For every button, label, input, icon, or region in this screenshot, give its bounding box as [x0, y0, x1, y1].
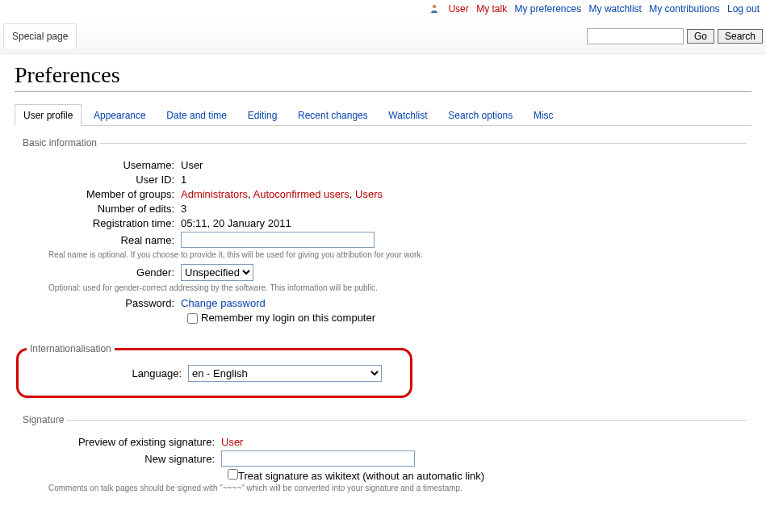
- search-button[interactable]: Search: [718, 29, 763, 44]
- page-title: Preferences: [15, 62, 751, 92]
- gender-hint: Optional: used for gender-correct addres…: [48, 283, 747, 292]
- groups-label: Member of groups:: [19, 188, 181, 200]
- logout-link[interactable]: Log out: [727, 3, 760, 15]
- internationalisation-fieldset: Internationalisation Language:en - Engli…: [16, 343, 412, 398]
- mywatchlist-link[interactable]: My watchlist: [589, 3, 642, 15]
- realname-hint: Real name is optional. If you choose to …: [48, 250, 747, 259]
- special-page-tab: Special page: [3, 23, 77, 48]
- svg-point-0: [433, 5, 436, 8]
- mytalk-link[interactable]: My talk: [476, 3, 507, 15]
- tab-editing[interactable]: Editing: [239, 104, 287, 126]
- change-password-link[interactable]: Change password: [181, 297, 266, 309]
- signature-fieldset: Signature Preview of existing signature:…: [19, 414, 747, 501]
- groups-value: Administrators, Autoconfirmed users, Use…: [181, 188, 383, 200]
- edits-value: 3: [181, 203, 186, 215]
- group-users[interactable]: Users: [355, 188, 383, 200]
- language-select[interactable]: en - English: [188, 365, 382, 382]
- username-value: User: [181, 159, 203, 171]
- content: Preferences User profile Appearance Date…: [0, 54, 766, 525]
- userid-value: 1: [181, 174, 186, 186]
- gender-label: Gender:: [19, 266, 181, 279]
- user-icon: [429, 3, 439, 15]
- sig-new-input[interactable]: [221, 450, 415, 467]
- realname-label: Real name:: [19, 234, 181, 246]
- basic-info-fieldset: Basic information Username:User User ID:…: [19, 137, 747, 327]
- basic-info-legend: Basic information: [19, 137, 100, 149]
- sig-new-label: New signature:: [19, 453, 221, 465]
- remember-label: Remember my login on this computer: [201, 312, 375, 324]
- personal-tools: User My talk My preferences My watchlist…: [0, 0, 766, 15]
- registration-value: 05:11, 20 January 2011: [181, 217, 291, 229]
- edits-label: Number of edits:: [19, 203, 181, 215]
- mypreferences-link[interactable]: My preferences: [515, 3, 582, 15]
- mycontributions-link[interactable]: My contributions: [649, 3, 719, 15]
- search-input[interactable]: [587, 28, 684, 44]
- userid-label: User ID:: [19, 174, 181, 186]
- signature-legend: Signature: [19, 414, 67, 425]
- tab-watchlist[interactable]: Watchlist: [379, 104, 436, 126]
- language-label: Language:: [27, 367, 188, 379]
- internationalisation-legend: Internationalisation: [27, 343, 115, 354]
- prefs-tabs: User profile Appearance Date and time Ed…: [15, 103, 751, 126]
- tab-appearance[interactable]: Appearance: [85, 104, 155, 126]
- tab-search-options[interactable]: Search options: [439, 104, 521, 126]
- group-administrators[interactable]: Administrators: [181, 188, 248, 200]
- sig-preview-value[interactable]: User: [221, 436, 243, 448]
- registration-label: Registration time:: [19, 217, 181, 229]
- go-button[interactable]: Go: [687, 29, 714, 44]
- userpage-link[interactable]: User: [448, 3, 468, 15]
- sig-hint: Comments on talk pages should be signed …: [48, 484, 747, 492]
- username-label: Username:: [19, 159, 181, 171]
- sig-preview-label: Preview of existing signature:: [19, 436, 221, 448]
- group-autoconfirmed[interactable]: Autoconfirmed users: [253, 188, 350, 200]
- tab-recent-changes[interactable]: Recent changes: [289, 104, 377, 126]
- tab-misc[interactable]: Misc: [525, 104, 563, 126]
- sig-wikitext-checkbox[interactable]: [228, 469, 238, 480]
- sig-wikitext-label: Treat signature as wikitext (without an …: [238, 470, 484, 482]
- realname-input[interactable]: [181, 232, 375, 248]
- remember-checkbox[interactable]: [187, 313, 198, 324]
- tab-date-time[interactable]: Date and time: [157, 104, 236, 126]
- header-bar: Special page Go Search: [0, 19, 766, 54]
- gender-select[interactable]: Unspecified: [181, 264, 253, 281]
- password-label: Password:: [19, 297, 181, 309]
- tab-user-profile[interactable]: User profile: [15, 104, 82, 126]
